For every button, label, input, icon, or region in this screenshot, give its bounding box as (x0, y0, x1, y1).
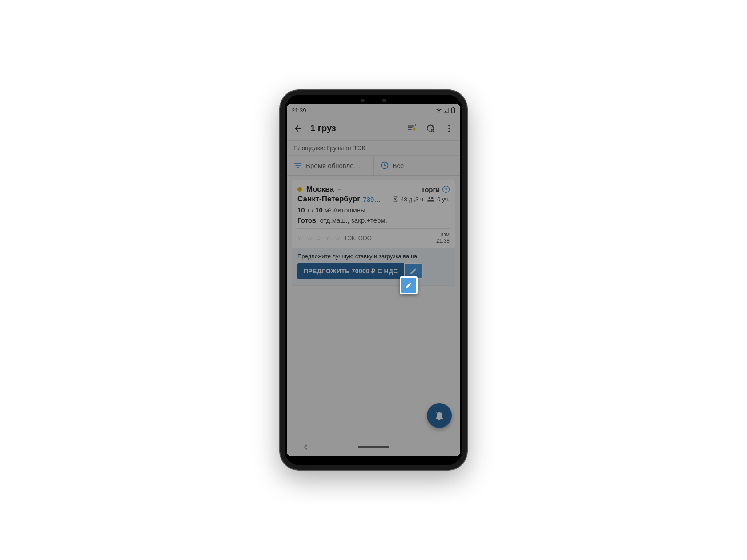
bid-hint: Предложите лучшую ставку и загрузка ваша (297, 253, 450, 260)
cargo-spec: 10 т / 10 м³ Автошины (297, 206, 450, 214)
auction-label: Торги (421, 186, 440, 193)
sort-filter[interactable]: Время обновле… (287, 156, 374, 175)
svg-point-7 (448, 130, 450, 132)
volume-unit: м³ (325, 206, 331, 214)
app-bar: 1 груз 1 (287, 116, 460, 141)
conditions-text: , отд.маш., закр.+терм. (316, 216, 387, 224)
svg-point-10 (431, 197, 434, 199)
battery-icon (451, 107, 455, 113)
updated-time: изм 21:38 (436, 232, 450, 244)
volume-value: 10 (315, 206, 323, 214)
help-icon[interactable]: ? (442, 186, 450, 193)
signal-icon (444, 108, 449, 113)
route-arrow-icon: → (337, 186, 343, 193)
company-row: ☆ ☆ ☆ ☆ ☆ ТЭК, ООО изм 21:38 (297, 232, 450, 244)
svg-text:1: 1 (414, 124, 416, 127)
svg-rect-1 (453, 107, 454, 108)
divider (297, 228, 450, 229)
phone-notch (347, 96, 400, 104)
weight-value: 10 (297, 206, 305, 214)
platforms-label: Площадки: Грузы от ТЭК (287, 141, 460, 156)
page-title: 1 груз (310, 123, 399, 133)
back-button[interactable] (293, 123, 303, 134)
participants-icon (427, 196, 434, 202)
status-time: 21:39 (292, 107, 306, 114)
svg-rect-0 (452, 108, 455, 113)
svg-point-6 (448, 128, 450, 129)
status-icons (436, 107, 455, 113)
more-menu-icon[interactable] (444, 123, 454, 134)
phone-frame: 21:39 1 груз (280, 90, 467, 470)
destination-city: Санкт-Петербург (297, 195, 360, 204)
status-bar: 21:39 (287, 104, 460, 116)
propose-bid-button[interactable]: ПРЕДЛОЖИТЬ 70000 ₽ С НДС (297, 263, 404, 279)
content-area: Москва → Торги ? Санкт-Петербург 739… (287, 176, 460, 438)
favorites-filter-icon[interactable]: 1 (406, 123, 417, 134)
hourglass-icon (393, 196, 398, 202)
bid-area: Предложите лучшую ставку и загрузка ваша… (292, 248, 455, 285)
app-actions: 1 (406, 123, 454, 134)
cargo-conditions: Готов, отд.маш., закр.+терм. (297, 216, 450, 224)
wifi-icon (436, 108, 442, 113)
rating-stars: ☆ ☆ ☆ ☆ ☆ (297, 234, 341, 241)
svg-line-4 (434, 131, 434, 132)
refresh-search-icon[interactable] (425, 123, 436, 134)
company-name: ТЭК, ООО (344, 235, 372, 241)
svg-point-5 (448, 124, 450, 126)
bell-icon (434, 410, 445, 421)
cargo-type: Автошины (333, 206, 365, 214)
pencil-icon (405, 281, 413, 289)
distance: 739… (363, 196, 381, 203)
auction-badge: Торги ? (421, 186, 450, 193)
weight-unit: т (307, 206, 310, 214)
filter-icon (293, 161, 302, 170)
android-home-pill[interactable] (358, 446, 389, 448)
clock-icon (380, 161, 389, 170)
status-dot (297, 187, 302, 192)
filter-row: Время обновле… Все (287, 156, 460, 176)
svg-point-9 (429, 197, 431, 199)
sort-filter-label: Время обновле… (306, 162, 361, 169)
app-screen: 21:39 1 груз (287, 104, 460, 456)
cargo-card[interactable]: Москва → Торги ? Санкт-Петербург 739… (292, 180, 455, 286)
participants: 0 уч. (437, 196, 450, 203)
card-body: Москва → Торги ? Санкт-Петербург 739… (292, 180, 455, 248)
changed-label: изм (441, 232, 450, 238)
changed-time: 21:38 (436, 238, 450, 244)
tutorial-highlight[interactable] (400, 276, 418, 294)
readiness-status: Готов (297, 216, 316, 224)
notifications-fab[interactable] (427, 403, 452, 428)
time-left: 48 д.,3 ч. (401, 196, 425, 203)
time-filter[interactable]: Все (374, 156, 460, 175)
time-filter-label: Все (393, 162, 404, 169)
android-nav-bar (287, 438, 460, 456)
android-back-button[interactable] (303, 444, 309, 450)
phone-inner: 21:39 1 груз (285, 95, 462, 465)
origin-city: Москва (306, 185, 334, 194)
pencil-icon (410, 267, 418, 275)
